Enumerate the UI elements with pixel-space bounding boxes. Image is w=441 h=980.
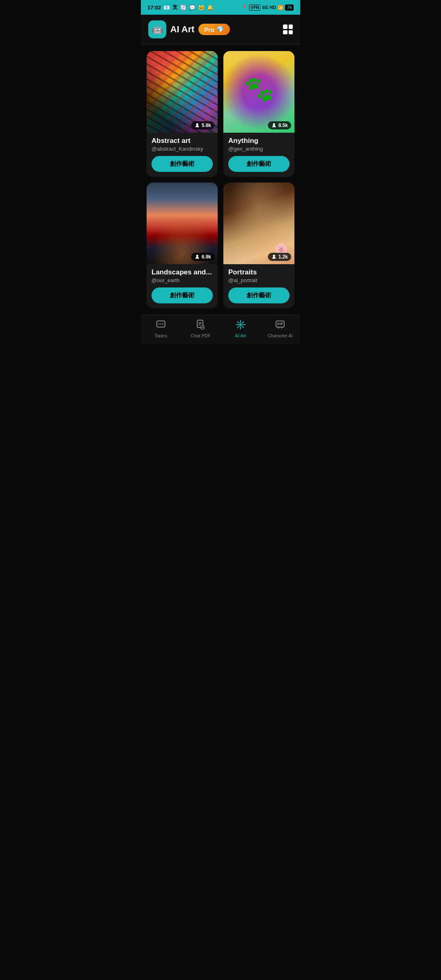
card-image-abstract: 5.8k: [147, 51, 218, 133]
users-icon: [194, 254, 200, 260]
card-image-anything: 8.5k: [223, 51, 294, 133]
abstract-art-title: Abstract art: [151, 137, 213, 145]
chat-pdf-icon: [195, 319, 206, 332]
user-count-portraits: 1.2k: [268, 253, 291, 261]
svg-point-23: [278, 323, 279, 325]
ai-art-label: AI Art: [235, 333, 246, 338]
status-bar: 17:02 📧 支 🔄 💬 🐱 🔔 📍 VPN 5G HD 📶 74: [141, 0, 300, 15]
svg-rect-22: [276, 321, 284, 327]
users-icon: [194, 122, 200, 128]
svg-line-17: [237, 322, 239, 323]
status-right: 📍 VPN 5G HD 📶 74: [242, 4, 294, 11]
chat-pdf-label: Chat PDF: [191, 333, 210, 338]
anything-handle: @gen_anthing: [228, 146, 290, 152]
topics-icon: [156, 319, 166, 332]
card-body-portraits: Portraits @ai_portrait 創作藝術: [223, 264, 294, 308]
landscapes-image: [147, 183, 218, 264]
status-time: 17:02 📧 支 🔄 💬 🐱 🔔: [147, 4, 214, 11]
svg-point-21: [239, 323, 242, 326]
nav-character-ai[interactable]: Character AI: [261, 319, 301, 338]
svg-line-18: [242, 326, 243, 328]
app-header: 🤖 AI Art Pro 💎: [141, 15, 300, 45]
svg-rect-7: [198, 325, 200, 325]
svg-line-19: [242, 322, 243, 323]
card-image-portraits: 1.2k: [223, 183, 294, 264]
landscapes-create-button[interactable]: 創作藝術: [151, 287, 213, 303]
users-icon: [271, 254, 277, 260]
battery-indicator: 74: [285, 4, 294, 11]
card-landscapes[interactable]: 6.9k Landscapes and... @our_earth 創作藝術: [147, 183, 218, 308]
anything-image: [223, 51, 294, 133]
users-icon: [271, 122, 277, 128]
user-count-landscapes: 6.9k: [191, 253, 214, 261]
portraits-handle: @ai_portrait: [228, 277, 290, 283]
card-anything[interactable]: 8.5k Anything @gen_anthing 創作藝術: [223, 51, 294, 177]
card-body-anything: Anything @gen_anthing 創作藝術: [223, 133, 294, 177]
card-portraits[interactable]: 1.2k Portraits @ai_portrait 創作藝術: [223, 183, 294, 308]
portraits-title: Portraits: [228, 268, 290, 276]
abstract-art-handle: @abstract_Kandinsky: [151, 146, 213, 152]
svg-point-12: [203, 327, 204, 328]
character-ai-icon: [275, 319, 285, 332]
portraits-create-button[interactable]: 創作藝術: [228, 287, 290, 303]
abstract-art-create-button[interactable]: 創作藝術: [151, 156, 213, 172]
landscapes-title: Landscapes and...: [151, 268, 213, 276]
nav-chat-pdf[interactable]: Chat PDF: [181, 319, 221, 338]
user-count-anything: 8.5k: [268, 121, 291, 129]
card-image-landscapes: 6.9k: [147, 183, 218, 264]
app-title: AI Art: [170, 24, 194, 35]
card-body-landscapes: Landscapes and... @our_earth 創作藝術: [147, 264, 218, 308]
ai-art-icon: [235, 319, 246, 332]
bottom-nav: Topics Chat PDF: [141, 315, 300, 345]
landscapes-handle: @our_earth: [151, 277, 213, 283]
user-count-abstract: 5.8k: [191, 121, 214, 129]
topics-label: Topics: [154, 333, 167, 338]
svg-point-2: [160, 323, 161, 325]
svg-point-3: [162, 323, 163, 325]
nav-topics[interactable]: Topics: [141, 319, 181, 338]
header-left: 🤖 AI Art Pro 💎: [148, 20, 230, 38]
grid-view-icon[interactable]: [283, 24, 293, 34]
svg-point-1: [158, 323, 159, 325]
card-abstract-art[interactable]: 5.8k Abstract art @abstract_Kandinsky 創作…: [147, 51, 218, 177]
app-logo: 🤖: [148, 20, 166, 38]
pro-badge[interactable]: Pro 💎: [198, 24, 230, 35]
portraits-image: [223, 183, 294, 264]
character-ai-label: Character AI: [268, 333, 293, 338]
svg-rect-6: [198, 323, 202, 324]
nav-ai-art[interactable]: AI Art: [220, 319, 261, 338]
svg-line-20: [237, 326, 239, 328]
anything-create-button[interactable]: 創作藝術: [228, 156, 290, 172]
anything-title: Anything: [228, 137, 290, 145]
card-body-abstract: Abstract art @abstract_Kandinsky 創作藝術: [147, 133, 218, 177]
vpn-badge: VPN: [249, 4, 261, 11]
cards-grid: 5.8k Abstract art @abstract_Kandinsky 創作…: [141, 45, 300, 315]
svg-rect-5: [198, 322, 202, 323]
abstract-art-image: [147, 51, 218, 133]
